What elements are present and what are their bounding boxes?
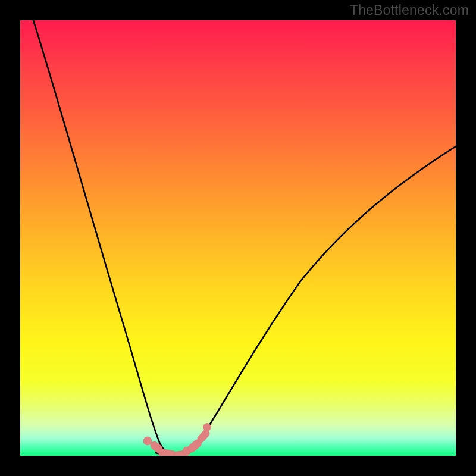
marker-dot (143, 437, 152, 445)
chart-frame: TheBottleneck.com (0, 0, 476, 476)
curve-right (178, 146, 456, 455)
curve-left (33, 20, 174, 455)
watermark-text: TheBottleneck.com (350, 4, 469, 17)
marker-dot (203, 424, 211, 431)
curve-overlay (20, 20, 456, 456)
